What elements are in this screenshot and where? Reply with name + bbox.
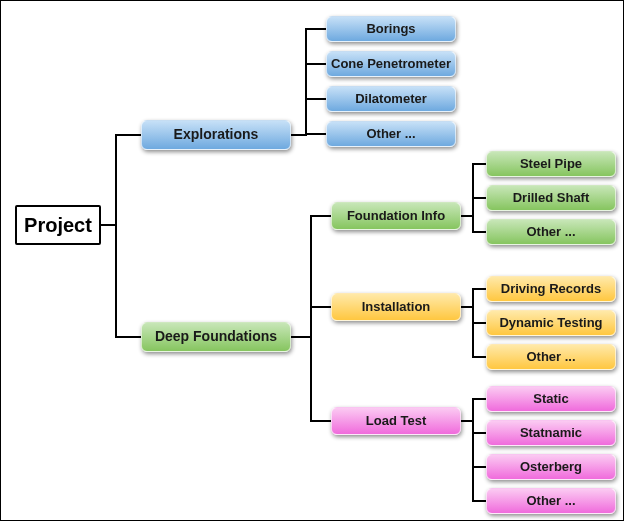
node-project: Project xyxy=(15,205,101,245)
node-label: Dynamic Testing xyxy=(499,316,602,330)
node-label: Other ... xyxy=(526,225,575,239)
node-label: Borings xyxy=(366,22,415,36)
node-label: Project xyxy=(24,214,92,237)
node-foundation-info: Foundation Info xyxy=(331,202,461,230)
node-label: Statnamic xyxy=(520,426,582,440)
node-label: Other ... xyxy=(366,127,415,141)
node-label: Load Test xyxy=(366,414,426,428)
node-label: Static xyxy=(533,392,568,406)
node-label: Other ... xyxy=(526,350,575,364)
node-label: Other ... xyxy=(526,494,575,508)
node-deep-foundations: Deep Foundations xyxy=(141,322,291,352)
node-label: Deep Foundations xyxy=(155,329,277,344)
node-label: Drilled Shaft xyxy=(513,191,590,205)
node-explorations: Explorations xyxy=(141,120,291,150)
node-steel-pipe: Steel Pipe xyxy=(486,151,616,177)
node-load-test-other: Other ... xyxy=(486,488,616,514)
node-dynamic-testing: Dynamic Testing xyxy=(486,310,616,336)
node-drilled-shaft: Drilled Shaft xyxy=(486,185,616,211)
node-dilatometer: Dilatometer xyxy=(326,86,456,112)
node-explorations-other: Other ... xyxy=(326,121,456,147)
node-label: Cone Penetrometer xyxy=(331,57,451,71)
node-load-test: Load Test xyxy=(331,407,461,435)
node-label: Steel Pipe xyxy=(520,157,582,171)
node-label: Dilatometer xyxy=(355,92,427,106)
node-cone-penetrometer: Cone Penetrometer xyxy=(326,51,456,77)
node-static: Static xyxy=(486,386,616,412)
node-statnamic: Statnamic xyxy=(486,420,616,446)
node-label: Osterberg xyxy=(520,460,582,474)
diagram-frame: Project Explorations Deep Foundations Bo… xyxy=(0,0,624,521)
node-label: Foundation Info xyxy=(347,209,445,223)
node-label: Installation xyxy=(362,300,431,314)
node-driving-records: Driving Records xyxy=(486,276,616,302)
node-osterberg: Osterberg xyxy=(486,454,616,480)
node-foundation-other: Other ... xyxy=(486,219,616,245)
node-installation: Installation xyxy=(331,293,461,321)
node-installation-other: Other ... xyxy=(486,344,616,370)
node-label: Explorations xyxy=(174,127,259,142)
node-label: Driving Records xyxy=(501,282,601,296)
node-borings: Borings xyxy=(326,16,456,42)
